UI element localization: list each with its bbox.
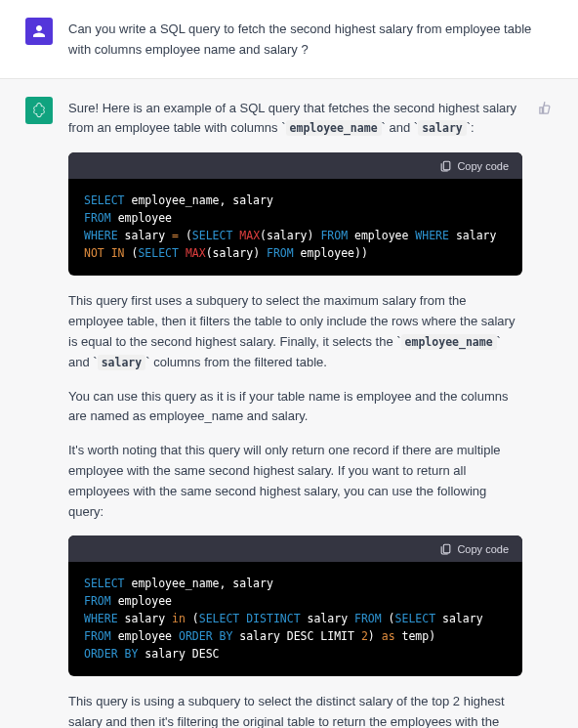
- code-header: Copy code: [68, 535, 522, 562]
- code-body-2: SELECT employee_name, salary FROM employ…: [68, 562, 522, 676]
- explain-paragraph-2: You can use this query as it is if your …: [68, 387, 522, 428]
- user-content: Can you write a SQL query to fetch the s…: [68, 18, 553, 61]
- thumbs-up-icon[interactable]: [538, 101, 553, 115]
- copy-code-button[interactable]: Copy code: [439, 159, 509, 172]
- code-block-2: Copy code SELECT employee_name, salary F…: [68, 535, 522, 676]
- copy-label: Copy code: [457, 160, 509, 172]
- user-message: Can you write a SQL query to fetch the s…: [0, 0, 578, 78]
- assistant-avatar: [25, 97, 53, 124]
- explain-paragraph-4: This query is using a subquery to select…: [68, 692, 522, 728]
- message-actions: [538, 97, 553, 728]
- copy-code-button[interactable]: Copy code: [439, 542, 509, 555]
- inline-code: salary: [98, 355, 146, 370]
- explain-paragraph-3: It's worth noting that this query will o…: [68, 441, 522, 522]
- assistant-message: Sure! Here is an example of a SQL query …: [0, 78, 578, 728]
- svg-rect-1: [444, 545, 451, 554]
- clipboard-icon: [439, 159, 452, 172]
- svg-rect-0: [444, 161, 451, 170]
- text: columns from the filtered table.: [150, 355, 327, 369]
- assistant-content: Sure! Here is an example of a SQL query …: [68, 97, 522, 728]
- intro-paragraph: Sure! Here is an example of a SQL query …: [68, 99, 522, 140]
- explain-paragraph-1: This query first uses a subquery to sele…: [68, 291, 522, 372]
- inline-code: employee_name: [401, 334, 497, 350]
- code-header: Copy code: [68, 152, 522, 179]
- clipboard-icon: [439, 542, 452, 555]
- inline-code: employee_name: [286, 120, 382, 136]
- text: :: [471, 120, 475, 135]
- person-icon: [30, 22, 48, 40]
- user-text: Can you write a SQL query to fetch the s…: [68, 20, 553, 61]
- code-body-1: SELECT employee_name, salary FROM employ…: [68, 179, 522, 276]
- openai-icon: [30, 102, 48, 119]
- copy-label: Copy code: [457, 543, 509, 555]
- code-block-1: Copy code SELECT employee_name, salary F…: [68, 152, 522, 276]
- text: and: [386, 120, 414, 135]
- text: and: [68, 355, 93, 369]
- user-avatar: [25, 18, 53, 45]
- inline-code: salary: [418, 120, 467, 136]
